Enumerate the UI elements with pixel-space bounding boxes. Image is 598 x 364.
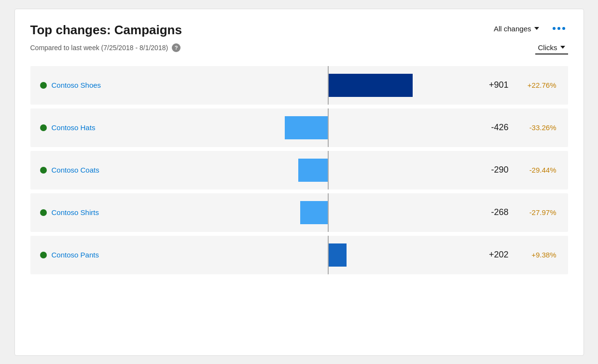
bar-chart <box>328 243 347 267</box>
bar-chart <box>300 201 328 224</box>
bar-chart <box>328 74 413 97</box>
header-controls: All changes <box>491 23 568 35</box>
clicks-label: Clicks <box>538 43 557 52</box>
dot-icon-2 <box>557 27 560 30</box>
table-row: Contoso Shirts-268-27.97% <box>30 193 568 232</box>
all-changes-dropdown[interactable]: All changes <box>491 23 542 35</box>
absolute-value: -290 <box>475 165 509 175</box>
campaign-name-col: Contoso Shirts <box>30 208 195 216</box>
all-changes-arrow-icon <box>534 27 539 30</box>
subheader-row: Compared to last week (7/25/2018 - 8/1/2… <box>30 41 568 54</box>
campaign-name-link[interactable]: Contoso Pants <box>52 251 99 259</box>
campaign-dot-icon <box>40 124 47 131</box>
values-col: -268-27.97% <box>462 207 568 217</box>
header-row: Top changes: Campaigns All changes <box>30 23 568 38</box>
campaign-dot-icon <box>40 209 47 216</box>
page-title: Top changes: Campaigns <box>30 23 182 38</box>
help-icon[interactable]: ? <box>172 43 181 52</box>
campaign-name-col: Contoso Pants <box>30 251 195 259</box>
values-col: -290-29.44% <box>462 165 568 175</box>
campaign-dot-icon <box>40 82 47 89</box>
percent-value: -33.26% <box>520 123 556 132</box>
campaign-name-col: Contoso Coats <box>30 166 195 174</box>
percent-value: +9.38% <box>520 251 556 259</box>
campaign-name-link[interactable]: Contoso Coats <box>52 166 99 174</box>
percent-value: -29.44% <box>520 166 556 174</box>
more-options-button[interactable] <box>550 25 568 32</box>
top-changes-card: Top changes: Campaigns All changes Compa… <box>14 9 584 356</box>
date-range-label: Compared to last week (7/25/2018 - 8/1/2… <box>30 44 168 52</box>
values-col: +202+9.38% <box>462 250 568 260</box>
absolute-value: +901 <box>475 80 509 90</box>
campaign-name-col: Contoso Shoes <box>30 81 195 89</box>
absolute-value: +202 <box>475 250 509 260</box>
campaign-dot-icon <box>40 252 47 258</box>
campaign-name-link[interactable]: Contoso Hats <box>52 123 96 132</box>
bar-chart <box>285 116 328 139</box>
campaign-name-link[interactable]: Contoso Shirts <box>52 208 99 216</box>
campaign-name-link[interactable]: Contoso Shoes <box>52 81 101 89</box>
center-line <box>328 66 329 105</box>
chart-col <box>195 108 462 147</box>
values-col: +901+22.76% <box>462 80 568 90</box>
center-line <box>328 108 329 147</box>
center-line <box>328 151 329 189</box>
percent-value: +22.76% <box>520 81 556 89</box>
campaigns-table: Contoso Shoes+901+22.76%Contoso Hats-426… <box>30 66 568 274</box>
dot-icon-3 <box>562 27 565 30</box>
bar-chart <box>298 159 328 182</box>
dot-icon-1 <box>553 27 556 30</box>
absolute-value: -426 <box>475 122 509 133</box>
center-line <box>328 236 329 274</box>
percent-value: -27.97% <box>520 208 556 216</box>
subheader-left: Compared to last week (7/25/2018 - 8/1/2… <box>30 43 181 52</box>
absolute-value: -268 <box>475 207 509 217</box>
chart-col <box>195 193 462 232</box>
campaign-name-col: Contoso Hats <box>30 123 195 132</box>
table-row: Contoso Coats-290-29.44% <box>30 151 568 189</box>
campaign-dot-icon <box>40 167 47 174</box>
chart-col <box>195 66 462 105</box>
chart-col <box>195 151 462 189</box>
chart-col <box>195 236 462 274</box>
all-changes-label: All changes <box>494 25 531 33</box>
clicks-arrow-icon <box>560 46 565 49</box>
values-col: -426-33.26% <box>462 122 568 133</box>
table-row: Contoso Hats-426-33.26% <box>30 108 568 147</box>
table-row: Contoso Pants+202+9.38% <box>30 236 568 274</box>
center-line <box>328 193 329 232</box>
clicks-dropdown[interactable]: Clicks <box>535 41 568 54</box>
table-row: Contoso Shoes+901+22.76% <box>30 66 568 105</box>
